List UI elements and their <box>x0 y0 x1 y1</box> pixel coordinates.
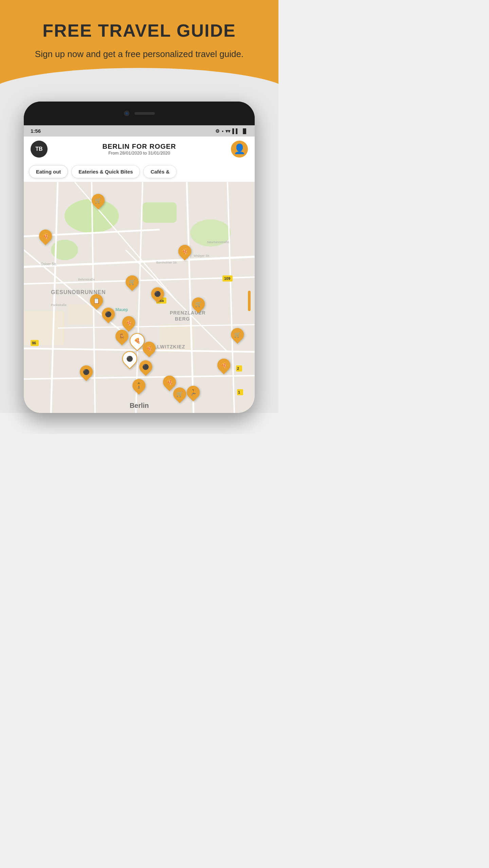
pin-icon-9: 🍕 <box>125 320 132 326</box>
svg-text:2: 2 <box>237 366 239 370</box>
pin-icon-21: 🛒 <box>234 331 241 338</box>
map-pin-16[interactable]: 🧍 <box>132 379 145 395</box>
pin-circle-3: 🍕 <box>176 242 194 260</box>
map-pin-8[interactable]: ⚫ <box>102 308 115 323</box>
map-pin-12[interactable]: 🍕 <box>143 342 156 357</box>
svg-text:Berlin: Berlin <box>130 402 149 409</box>
filter-tabs: Eating out Eateries & Quick Bites Cafés … <box>24 162 255 182</box>
app-title: BERLIN FOR ROGER <box>102 143 176 150</box>
pin-icon-4: 🛒 <box>129 279 135 285</box>
pin-circle-2: 🍕 <box>36 227 55 245</box>
phone-section: 1:56 ⚙ ▪ ▾▾ ▌▌ ▐▌ TB BERLIN FOR ROGER Fr… <box>0 95 278 413</box>
svg-text:Mauep: Mauep <box>115 307 128 312</box>
svg-text:Behmstraße: Behmstraße <box>78 278 95 281</box>
sim-icon: ▪ <box>222 128 223 134</box>
pin-circle-14: ⚫ <box>137 358 155 376</box>
svg-text:Osloer Str.: Osloer Str. <box>41 262 57 266</box>
map-pin-2[interactable]: 🍕 <box>39 230 52 245</box>
pin-circle-6: 🛒 <box>189 295 207 313</box>
tab-eateries[interactable]: Eateries & Quick Bites <box>71 165 140 178</box>
pin-icon-20: 🍕 <box>220 362 227 368</box>
pin-icon-2: 🍕 <box>42 233 49 239</box>
map-pin-1[interactable]: 🛒 <box>92 194 105 210</box>
pin-circle-19: 🏃 <box>184 383 202 401</box>
svg-text:BERG: BERG <box>175 316 190 322</box>
tab-eateries-label: Eateries & Quick Bites <box>78 169 133 175</box>
svg-text:Neumannstraße: Neumannstraße <box>207 240 229 244</box>
tab-cafes[interactable]: Cafés & <box>143 165 177 178</box>
pin-icon-6: 🛒 <box>195 301 202 307</box>
pin-icon-18: 🍕 <box>166 379 173 385</box>
pin-icon-16: 🧍 <box>135 382 142 389</box>
pin-icon-19: 🏃 <box>190 389 197 396</box>
app-logo-button[interactable]: TB <box>31 141 48 158</box>
map-pin-15[interactable]: ⚫ <box>80 365 93 381</box>
pin-circle-1: 🛒 <box>89 191 107 210</box>
map-area[interactable]: Osloer Str. Pankstraße Behmstraße Bornho… <box>24 182 255 413</box>
map-pin-19[interactable]: 🏃 <box>187 386 200 401</box>
svg-text:Wisbyer Str.: Wisbyer Str. <box>194 254 210 257</box>
pin-icon-5: ⚫ <box>154 291 161 297</box>
wifi-icon: ▾▾ <box>225 128 230 134</box>
pin-icon-10: 🪑 <box>119 333 125 340</box>
svg-rect-43 <box>248 291 251 311</box>
map-pin-21[interactable]: 🛒 <box>231 328 244 344</box>
pin-icon-13: ⚫ <box>126 356 133 362</box>
battery-icon: ▐▌ <box>241 128 248 134</box>
map-pin-18[interactable]: 🍕 <box>163 376 176 391</box>
pin-icon-7: 📋 <box>93 297 100 304</box>
pin-circle-15: ⚫ <box>77 363 95 381</box>
app-title-section: BERLIN FOR ROGER From 28/01/2020 to 31/0… <box>102 143 176 156</box>
pin-icon-8: ⚫ <box>105 311 112 318</box>
tab-eating-out-label: Eating out <box>36 169 61 175</box>
app-dates: From 28/01/2020 to 31/01/2020 <box>102 150 176 156</box>
tab-cafes-label: Cafés & <box>150 169 169 175</box>
signal-icon: ▌▌ <box>232 128 239 134</box>
pin-circle-21: 🛒 <box>228 325 247 344</box>
pin-circle-20: 🍕 <box>215 356 233 374</box>
map-pin-6[interactable]: 🛒 <box>192 297 205 313</box>
phone-top-bezel <box>24 102 255 125</box>
svg-text:109: 109 <box>224 276 230 281</box>
pin-circle-13: ⚫ <box>119 348 140 369</box>
map-pin-20[interactable]: 🍕 <box>217 359 230 374</box>
pin-circle-9: 🍕 <box>120 313 138 332</box>
pin-icon-17: 🛒 <box>176 391 183 397</box>
header-section: FREE TRAVEL GUIDE Sign up now and get a … <box>0 0 278 95</box>
map-pin-7[interactable]: 📋 <box>90 294 103 310</box>
map-pin-3[interactable]: 🍕 <box>178 245 191 260</box>
pin-icon-11: 🍕 <box>134 338 141 344</box>
status-bar: 1:56 ⚙ ▪ ▾▾ ▌▌ ▐▌ <box>24 125 255 137</box>
header-curve-decoration <box>0 68 278 95</box>
pin-circle-12: 🍕 <box>140 339 158 357</box>
map-pin-13[interactable]: ⚫ <box>122 351 137 369</box>
pin-icon-3: 🍕 <box>181 248 188 255</box>
pin-circle-7: 📋 <box>87 291 106 310</box>
user-avatar[interactable]: 👤 <box>231 141 248 158</box>
pin-circle-8: ⚫ <box>99 305 117 323</box>
app-header: TB BERLIN FOR ROGER From 28/01/2020 to 3… <box>24 137 255 162</box>
pin-circle-16: 🧍 <box>130 376 148 395</box>
pin-circle-5: ⚫ <box>148 285 167 303</box>
pin-circle-18: 🍕 <box>160 373 179 391</box>
map-pin-5[interactable]: ⚫ <box>151 287 164 303</box>
status-icons: ⚙ ▪ ▾▾ ▌▌ ▐▌ <box>215 128 248 134</box>
map-pin-4[interactable]: 🛒 <box>126 275 139 291</box>
pin-icon-14: ⚫ <box>142 364 149 370</box>
header-subtitle: Sign up now and get a free personalized … <box>27 48 251 61</box>
avatar-icon: 👤 <box>234 144 246 154</box>
tab-eating-out[interactable]: Eating out <box>29 165 68 178</box>
phone-mockup: 1:56 ⚙ ▪ ▾▾ ▌▌ ▐▌ TB BERLIN FOR ROGER Fr… <box>24 102 255 413</box>
map-pin-14[interactable]: ⚫ <box>139 360 152 376</box>
pin-circle-4: 🛒 <box>123 273 141 291</box>
svg-text:1: 1 <box>238 390 240 394</box>
phone-speaker <box>134 112 155 115</box>
map-pin-10[interactable]: 🪑 <box>115 330 128 345</box>
settings-icon: ⚙ <box>215 128 220 134</box>
svg-text:Bornholmer Str.: Bornholmer Str. <box>156 261 178 264</box>
pin-icon-15: ⚫ <box>83 369 90 375</box>
map-svg: Osloer Str. Pankstraße Behmstraße Bornho… <box>24 182 255 413</box>
pin-circle-10: 🪑 <box>113 327 131 345</box>
front-camera <box>124 111 129 116</box>
status-time: 1:56 <box>31 128 41 134</box>
